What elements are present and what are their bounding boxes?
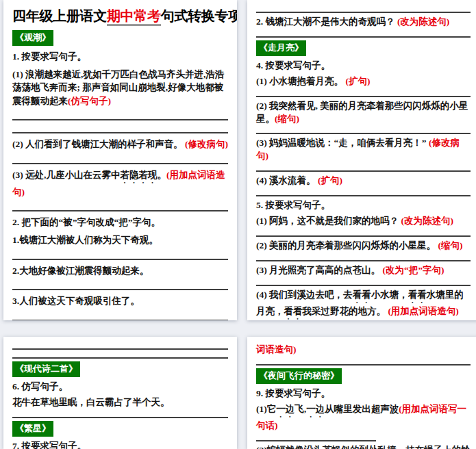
- text-segment: 《现代诗二首》: [15, 363, 77, 374]
- answer-line: [12, 210, 228, 211]
- answer-line: [256, 96, 471, 97]
- text-segment: 四年级上册语文: [12, 8, 107, 23]
- text-segment: 一边: [306, 404, 325, 414]
- page-2[interactable]: 2. 钱塘江大潮不是伟大的奇观吗？ (改为陈述句)《走月亮》4. 按要求写句子。…: [247, 0, 476, 320]
- page-4-content: 词语造句)《夜间飞行的秘密》9. 按要求写句子。(1)它一边飞,一边从嘴里发出超…: [247, 337, 476, 449]
- text-segment: 《观潮》: [15, 32, 51, 42]
- exercise-text: (2) 美丽的月亮牵着那些闪闪烁烁的小星星。 (缩句): [256, 240, 471, 253]
- answer-line: [256, 12, 471, 13]
- exercise-text: 7. 按要求写句子。: [12, 440, 228, 449]
- text-segment: 7. 按要求写句子。: [12, 441, 86, 449]
- text-segment: (3) 月光照亮了高高的点苍山。: [256, 265, 383, 275]
- text-segment: 看看: [284, 306, 303, 316]
- document-viewer: 四年级上册语文期中常考句式转换专项《观潮》1. 按要求写句子。(1) 浪潮越来越…: [0, 0, 476, 449]
- answer-line: [12, 320, 228, 320]
- answer-line: [12, 119, 228, 120]
- answer-line: [256, 133, 471, 134]
- section-badge: 《夜间飞行的秘密》: [256, 368, 471, 384]
- text-segment: 看看: [408, 290, 427, 300]
- section-badge-label: 《观潮》: [12, 30, 53, 46]
- text-segment: 看看: [353, 290, 371, 300]
- answer-line: [256, 195, 471, 196]
- section-badge: 《繁星》: [12, 421, 228, 437]
- exercise-text: 5. 按要求写句子。: [256, 199, 471, 212]
- text-segment: (3) 远处,几座小山在云雾中: [12, 170, 121, 180]
- exercise-text: 2. 把下面的“被”字句改成“把”字句。: [12, 216, 228, 229]
- text-segment: 句式转换专项: [161, 8, 237, 23]
- answer-line: [256, 36, 471, 38]
- text-segment: (4) 我们到溪边去吧，去: [256, 290, 353, 300]
- exercise-text: 2. 钱塘江大潮不是伟大的奇观吗？ (改为陈述句): [256, 16, 471, 29]
- exercise-text: (4) 溪水流着。 (扩句): [256, 175, 471, 188]
- text-segment: (缩句): [275, 114, 299, 124]
- text-segment: (仿写句子): [68, 96, 111, 106]
- exercise-text: (3) 远处,几座小山在云雾中若隐若现。(用加点词语造句): [12, 168, 228, 199]
- text-segment: (1)它: [256, 404, 276, 414]
- answer-line: [12, 163, 228, 164]
- exercise-text: 词语造句): [256, 344, 471, 357]
- text-segment: 9. 按要求写句子。: [256, 388, 330, 398]
- text-segment: (用加点词语造句): [388, 306, 459, 316]
- exercise-text: (3) 月光照亮了高高的点苍山。 (改为“把”字句): [256, 264, 471, 277]
- text-segment: 《繁星》: [15, 423, 51, 433]
- text-segment: 若隐若现: [121, 170, 158, 180]
- exercise-text: 2.大地好像被江潮震得颤动起来。: [12, 264, 228, 278]
- text-segment: (4) 溪水流着。: [256, 175, 318, 185]
- exercise-text: 4. 按要求写句子。: [256, 60, 471, 73]
- answer-line: [12, 259, 228, 260]
- text-segment: 5. 按要求写句子。: [256, 200, 330, 210]
- text-segment: 我采过野花的地方。: [303, 306, 388, 316]
- text-segment: (扩句): [346, 76, 371, 86]
- exercise-text: 1. 按要求写句子。: [12, 50, 228, 64]
- answer-line: [256, 260, 471, 261]
- doc-title: 四年级上册语文期中常考句式转换专项: [12, 7, 228, 25]
- section-badge-label: 《走月亮》: [256, 40, 306, 56]
- exercise-text: (2) 人们看到了钱塘江大潮的样子和声音。 (修改病句): [12, 138, 228, 151]
- text-segment: (1) 小水塘抱着月亮。: [256, 76, 346, 86]
- page-3[interactable]: 《现代诗二首》6. 仿写句子。花牛在草地里眠，白云霸占了半个天。《繁星》7. 按…: [3, 337, 237, 449]
- text-segment: 6. 仿写句子。: [12, 381, 68, 392]
- text-segment: (3) 妈妈温暖地说：“走，咱俩去看月亮！”: [256, 138, 429, 148]
- text-segment: 《夜间飞行的秘密》: [259, 370, 339, 381]
- text-segment: (1) 浪潮越来越近,犹如千万匹白色战马齐头并进,浩浩荡荡地飞奔而来; 那声音如…: [12, 69, 224, 106]
- exercise-text: (1)它一边飞,一边从嘴里发出超声波(用加点词语写一句话): [256, 403, 471, 433]
- exercise-text: 3.人们被这天下奇观吸引住了。: [12, 294, 228, 308]
- text-segment: 2. 把下面的“被”字句改成“把”字句。: [12, 217, 160, 227]
- text-segment: 期中常考: [107, 8, 161, 26]
- text-segment: (2) 人们看到了钱塘江大潮的样子和声音。: [12, 139, 185, 149]
- exercise-text: (1) 小水塘抱着月亮。 (扩句): [256, 75, 471, 88]
- page-2-content: 2. 钱塘江大潮不是伟大的奇观吗？ (改为陈述句)《走月亮》4. 按要求写句子。…: [247, 0, 476, 320]
- exercise-text: (2)蝙蝠就像没头苍蝇似的到处乱撞，挂在绳子上的铃铛响个不停。 (仿写句子): [256, 444, 471, 449]
- text-segment: 1. 按要求写句子。: [12, 51, 86, 62]
- exercise-text: 1.钱塘江大潮被人们称为天下奇观。: [12, 233, 228, 247]
- exercise-text: (3) 妈妈温暖地说：“走，咱俩去看月亮！” (修改病句): [256, 137, 471, 163]
- section-badge-label: 《现代诗二首》: [12, 361, 80, 377]
- page-4[interactable]: 词语造句)《夜间飞行的秘密》9. 按要求写句子。(1)它一边飞,一边从嘴里发出超…: [247, 337, 476, 449]
- answer-line: [12, 289, 228, 290]
- text-segment: (改为陈述句): [401, 216, 454, 226]
- answer-line: [256, 364, 471, 365]
- text-segment: 1.钱塘江大潮被人们称为天下奇观。: [12, 235, 158, 245]
- answer-line: [12, 348, 228, 350]
- section-badge-label: 《繁星》: [12, 421, 53, 437]
- text-segment: (2)蝙蝠就像没头苍蝇似的到处乱撞，挂在绳子上的铃铛响个不停。: [256, 445, 471, 449]
- text-segment: 。: [158, 170, 167, 180]
- answer-line: [256, 235, 471, 237]
- text-segment: 2. 钱塘江大潮不是伟大的奇观吗？: [256, 16, 397, 27]
- text-segment: (2) 美丽的月亮牵着那些闪闪烁烁的小星星。: [256, 240, 438, 251]
- text-segment: (改为“把”字句): [383, 265, 444, 275]
- answer-line: [256, 170, 471, 172]
- text-segment: 从嘴里发出超声波: [325, 404, 399, 414]
- exercise-text: 花牛在草地里眠，白云霸占了半个天。: [12, 396, 228, 409]
- exercise-text: (1) 浪潮越来越近,犹如千万匹白色战马齐头并进,浩浩荡荡地飞奔而来; 那声音如…: [12, 68, 228, 108]
- exercise-text: (1) 阿妈，这不就是我们家的地吗？ (改为陈述句): [256, 215, 471, 228]
- exercise-text: 6. 仿写句子。: [12, 381, 228, 394]
- text-segment: (1) 阿妈，这不就是我们家的地吗？: [256, 216, 401, 226]
- text-segment: 2.大地好像被江潮震得颤动起来。: [12, 266, 149, 276]
- text-segment: (修改病句): [185, 139, 228, 149]
- page-1-content: 四年级上册语文期中常考句式转换专项《观潮》1. 按要求写句子。(1) 浪潮越来越…: [3, 0, 237, 320]
- exercise-text: (2) 我突然看见, 美丽的月亮牵着那些闪闪烁烁的小星星。(缩句): [256, 100, 471, 126]
- text-segment: 花牛在草地里眠，白云霸占了半个天。: [12, 397, 170, 407]
- section-badge: 《走月亮》: [256, 40, 471, 56]
- page-1[interactable]: 四年级上册语文期中常考句式转换专项《观潮》1. 按要求写句子。(1) 浪潮越来越…: [3, 0, 237, 320]
